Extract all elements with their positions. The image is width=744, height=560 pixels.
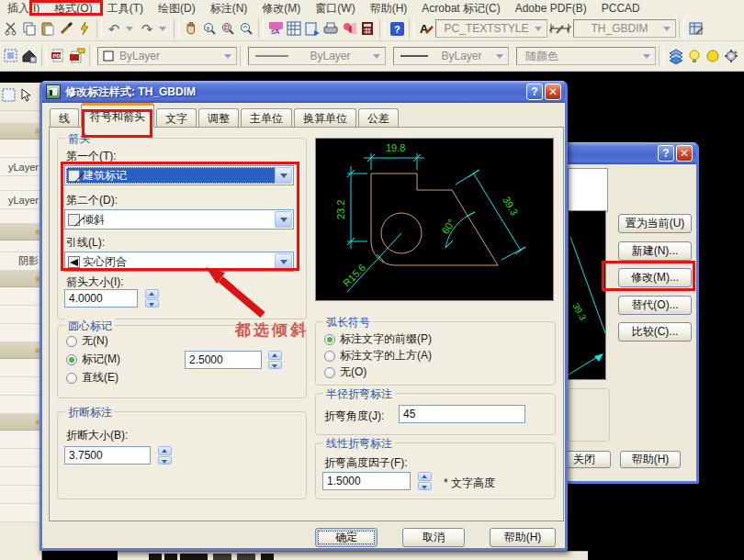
- status-toggle[interactable]: [237, 554, 255, 560]
- second-arrow-combo[interactable]: 倾斜: [64, 209, 294, 230]
- menu-pccad[interactable]: PCCAD: [594, 1, 648, 16]
- modal-close-titlebar-button[interactable]: ✕: [545, 84, 561, 100]
- menu-acrobat-markup[interactable]: Acrobat 标记(C): [414, 0, 507, 17]
- palette-row[interactable]: [0, 209, 41, 224]
- paste-icon[interactable]: [39, 19, 57, 38]
- zoom-realtime-icon[interactable]: ±: [200, 19, 219, 38]
- chevron-down-icon[interactable]: [496, 54, 503, 59]
- palette-section-header[interactable]: »: [0, 271, 41, 287]
- manager-help-titlebar-button[interactable]: ?: [658, 145, 674, 162]
- style-list[interactable]: [568, 168, 608, 212]
- set-current-button[interactable]: 置为当前(U): [618, 214, 692, 233]
- chevron-down-icon[interactable]: [535, 27, 542, 31]
- palette-row[interactable]: [0, 431, 41, 449]
- center-mark-size-input[interactable]: [185, 351, 262, 369]
- menu-draw[interactable]: 绘图(D): [151, 0, 203, 17]
- palette-row[interactable]: [0, 241, 41, 252]
- menu-help[interactable]: 帮助(H): [363, 0, 415, 17]
- ok-button[interactable]: 确定: [315, 528, 378, 547]
- text-style-combo[interactable]: PC_TEXTSTYLE: [435, 19, 547, 38]
- palette-row[interactable]: [0, 377, 41, 396]
- modal-title-bar[interactable]: 修改标注样式: TH_GBDIM ? ✕: [42, 81, 565, 103]
- plotter-icon[interactable]: [321, 19, 340, 38]
- zoom-window-icon[interactable]: [219, 19, 237, 38]
- status-toggle[interactable]: [213, 554, 231, 560]
- quick-select-grid-icon[interactable]: [2, 88, 17, 106]
- arrow-size-input[interactable]: [64, 289, 138, 308]
- status-toggle[interactable]: [261, 554, 274, 560]
- arrow-size-spinner[interactable]: [145, 289, 159, 308]
- text-style-icon[interactable]: A: [417, 19, 435, 38]
- sun-icon[interactable]: [704, 47, 722, 65]
- undo-icon[interactable]: ↶: [105, 19, 123, 38]
- render-icon[interactable]: sA: [266, 19, 285, 38]
- cancel-button[interactable]: 取消: [402, 528, 465, 547]
- jog-angle-input[interactable]: [399, 405, 525, 423]
- first-arrow-combo[interactable]: 建筑标记: [64, 165, 294, 185]
- chevron-down-icon[interactable]: [643, 54, 650, 59]
- plot-style-combo[interactable]: 随颜色: [516, 47, 656, 65]
- status-toggle[interactable]: [180, 554, 208, 560]
- lightbulb-icon[interactable]: [685, 47, 704, 65]
- center-mark-radio-mark[interactable]: 标记(M): [66, 353, 120, 366]
- status-toggle[interactable]: [149, 554, 162, 560]
- palette-row[interactable]: [0, 287, 41, 306]
- pdf-review-icon[interactable]: [68, 47, 86, 65]
- status-toggle[interactable]: [164, 554, 177, 560]
- chevron-down-icon[interactable]: [663, 27, 671, 31]
- arc-symbol-radio-above[interactable]: 标注文字的上方(A): [324, 349, 432, 363]
- chevron-down-icon[interactable]: [275, 167, 292, 184]
- palette-section-header[interactable]: »: [0, 224, 41, 241]
- cut-icon[interactable]: [2, 19, 20, 38]
- new-style-button[interactable]: 新建(N)...: [618, 241, 692, 261]
- tab-fit[interactable]: 调整: [198, 108, 239, 128]
- table-style-icon[interactable]: [687, 19, 705, 38]
- override-button[interactable]: 替代(O)...: [618, 296, 692, 315]
- manager-help-button[interactable]: 帮助(H): [620, 451, 681, 468]
- sheet-set-icon[interactable]: [303, 19, 321, 38]
- tab-primary-units[interactable]: 主单位: [241, 108, 292, 128]
- gear-icon[interactable]: [722, 47, 740, 65]
- palette-row[interactable]: [0, 449, 41, 467]
- pdf-export-icon[interactable]: PDF: [50, 47, 68, 65]
- tab-tolerances[interactable]: 公差: [358, 108, 399, 128]
- menu-tools[interactable]: 工具(T): [100, 0, 151, 17]
- center-mark-radio-none[interactable]: 无(N): [66, 334, 108, 348]
- manager-close-titlebar-button[interactable]: ✕: [676, 145, 693, 162]
- linetype-combo[interactable]: ByLayer: [248, 47, 386, 65]
- calculator-icon[interactable]: [358, 19, 377, 38]
- markup-icon[interactable]: [340, 19, 358, 38]
- menu-adobe-pdf[interactable]: Adobe PDF(B): [508, 1, 594, 16]
- palette-row[interactable]: 阴影: [0, 252, 41, 271]
- tab-lines[interactable]: 线: [50, 108, 79, 128]
- compare-button[interactable]: 比较(C)...: [618, 322, 692, 342]
- chevron-down-icon[interactable]: [275, 253, 292, 270]
- tab-symbols-arrows[interactable]: 符号和箭头: [81, 103, 154, 128]
- break-size-input[interactable]: [64, 446, 151, 465]
- palette-row[interactable]: [0, 140, 41, 158]
- menu-window[interactable]: 窗口(W): [308, 0, 362, 17]
- named-views-icon[interactable]: [20, 47, 39, 65]
- modal-help-titlebar-button[interactable]: ?: [526, 84, 543, 100]
- dim-style-icon[interactable]: [547, 19, 573, 38]
- redo-icon[interactable]: ↷: [138, 19, 156, 38]
- palette-row[interactable]: [0, 359, 41, 377]
- break-size-spinner[interactable]: [158, 446, 172, 465]
- copy-icon[interactable]: [20, 19, 39, 38]
- lock-icon[interactable]: [740, 47, 744, 65]
- manager-title-bar[interactable]: ? ✕: [565, 142, 696, 164]
- redo-dropdown-icon[interactable]: [159, 27, 166, 31]
- palette-row[interactable]: [0, 504, 41, 522]
- palette-row[interactable]: [0, 396, 41, 414]
- palette-row[interactable]: [0, 486, 41, 504]
- tab-alternate-units[interactable]: 换算单位: [294, 108, 356, 128]
- palette-section-header[interactable]: »: [0, 342, 41, 359]
- modify-style-button[interactable]: 修改(M)...: [618, 268, 692, 287]
- dim-style-combo[interactable]: TH_GBDIM: [573, 19, 676, 38]
- palette-row[interactable]: [0, 306, 41, 324]
- palette-row[interactable]: [0, 467, 41, 486]
- help-icon[interactable]: ?: [388, 19, 406, 38]
- layers-icon[interactable]: [667, 47, 685, 65]
- arc-symbol-radio-preceding[interactable]: 标注文字的前缀(P): [324, 332, 432, 346]
- jog-factor-spinner[interactable]: [418, 472, 432, 490]
